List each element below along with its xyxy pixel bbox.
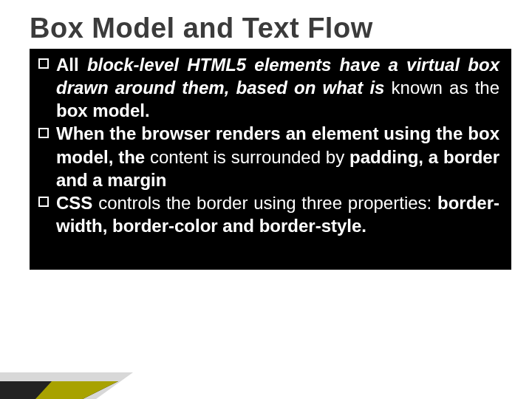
svg-marker-0 bbox=[0, 372, 133, 399]
bullet-text: content is surrounded by bbox=[150, 147, 349, 167]
bullet-list: All block-level HTML5 elements have a vi… bbox=[38, 53, 499, 238]
list-item: All block-level HTML5 elements have a vi… bbox=[38, 53, 499, 123]
content-block: All block-level HTML5 elements have a vi… bbox=[30, 49, 511, 270]
bullet-text-bold: CSS bbox=[56, 193, 92, 213]
list-item: When the browser renders an element usin… bbox=[38, 122, 499, 191]
list-item: CSS controls the border using three prop… bbox=[38, 191, 499, 237]
slide-title: Box Model and Text Flow bbox=[30, 13, 511, 44]
bullet-text: controls the border using three properti… bbox=[92, 193, 437, 213]
bullet-text-bold: All bbox=[56, 55, 79, 75]
bullet-text: known as the bbox=[392, 78, 499, 98]
square-bullet-icon bbox=[38, 128, 49, 138]
square-bullet-icon bbox=[38, 58, 49, 69]
svg-marker-2 bbox=[35, 381, 118, 399]
corner-decoration-icon bbox=[0, 355, 222, 399]
square-bullet-icon bbox=[38, 197, 49, 207]
slide: Box Model and Text Flow All block-level … bbox=[0, 0, 532, 399]
svg-marker-1 bbox=[0, 381, 118, 399]
bullet-text-bold: box model. bbox=[56, 100, 150, 120]
